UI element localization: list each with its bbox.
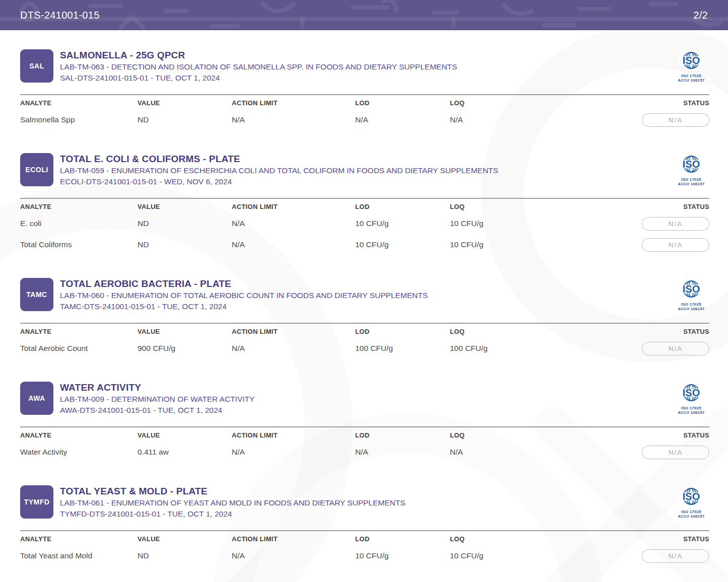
table-row: Salmonella Spp ND N/A N/A N/A N/A <box>20 109 709 130</box>
table-row: Total Coliforms ND N/A 10 CFU/g 10 CFU/g… <box>20 234 709 255</box>
iso-standard-number: ISO 17025 <box>673 74 709 78</box>
iso-globe-icon: ISO <box>677 485 705 507</box>
status-cell: N/A <box>546 446 709 459</box>
iso-label: ISO <box>683 283 700 295</box>
iso-label: ISO <box>683 491 700 502</box>
iso-globe-icon: ISO <box>677 49 705 71</box>
table-header-row: ANALYTE VALUE ACTION LIMIT LOD LOQ STATU… <box>20 95 709 109</box>
test-sample-id-date: TAMC-DTS-241001-015-01 - TUE, OCT 1, 202… <box>60 301 673 312</box>
action-limit-cell: N/A <box>232 344 355 353</box>
column-header-action-limit: ACTION LIMIT <box>232 535 355 543</box>
value-cell: 0.411 aw <box>138 448 232 457</box>
test-code-badge: AWA <box>20 382 53 415</box>
column-header-loq: LOQ <box>450 431 546 439</box>
table-rows: Salmonella Spp ND N/A N/A N/A N/A <box>20 109 709 130</box>
column-header-analyte: ANALYTE <box>20 99 138 107</box>
iso-accreditation-logo: ISO ISO 17025 ACC# 108157 <box>673 49 709 83</box>
iso-accreditation-logo: ISO ISO 17025 ACC# 108157 <box>673 153 709 186</box>
table-rows: E. coli ND N/A 10 CFU/g 10 CFU/g N/A Tot… <box>20 213 709 255</box>
iso-label: ISO <box>683 55 700 66</box>
value-cell: 900 CFU/g <box>138 344 232 353</box>
column-header-value: VALUE <box>138 99 232 107</box>
action-limit-cell: N/A <box>232 448 355 457</box>
analyte-cell: Water Activity <box>20 448 138 457</box>
table-header-row: ANALYTE VALUE ACTION LIMIT LOD LOQ STATU… <box>20 427 709 442</box>
iso-label: ISO <box>683 159 700 170</box>
loq-cell: N/A <box>450 115 546 124</box>
page-indicator: 2/2 <box>693 10 708 21</box>
lod-cell: 10 CFU/g <box>355 240 450 249</box>
test-code-badge: TYMFD <box>20 485 53 519</box>
test-section-header: ECOLI TOTAL E. COLI & COLIFORMS - PLATE … <box>20 153 709 187</box>
loq-cell: 100 CFU/g <box>450 344 546 353</box>
test-title: TOTAL E. COLI & COLIFORMS - PLATE <box>60 154 673 165</box>
iso-globe-icon: ISO <box>677 278 705 300</box>
iso-globe-icon: ISO <box>677 382 705 404</box>
report-page: { "header": { "document_id": "DTS-241001… <box>0 0 728 582</box>
column-header-status: STATUS <box>546 328 709 335</box>
test-titles: WATER ACTIVITY LAB-TM-009 - DETERMINATIO… <box>60 382 673 415</box>
status-badge: N/A <box>642 238 709 252</box>
status-cell: N/A <box>546 113 709 127</box>
test-code-label: SAL <box>29 62 44 70</box>
loq-cell: 10 CFU/g <box>450 240 546 249</box>
analyte-cell: Total Aerobic Count <box>20 344 138 353</box>
column-header-action-limit: ACTION LIMIT <box>232 99 355 107</box>
status-badge: N/A <box>642 446 709 459</box>
iso-accreditation-number: ACC# 108157 <box>673 182 709 186</box>
iso-accreditation-number: ACC# 108157 <box>673 78 709 83</box>
table-row: Total Yeast and Mold ND N/A 10 CFU/g 10 … <box>20 545 709 566</box>
test-method-description: LAB-TM-060 - ENUMERATION OF TOTAL AEROBI… <box>60 290 673 301</box>
report-body: SAL SALMONELLA - 25G QPCR LAB-TM-063 - D… <box>0 30 728 566</box>
column-header-lod: LOD <box>355 99 450 107</box>
column-header-value: VALUE <box>138 431 232 439</box>
analyte-cell: Total Yeast and Mold <box>20 551 138 560</box>
column-header-analyte: ANALYTE <box>20 203 138 210</box>
status-cell: N/A <box>546 217 709 231</box>
column-header-status: STATUS <box>546 535 709 543</box>
column-header-lod: LOD <box>355 203 450 210</box>
test-section: TYMFD TOTAL YEAST & MOLD - PLATE LAB-TM-… <box>20 485 709 566</box>
status-cell: N/A <box>546 238 709 252</box>
lod-cell: 100 CFU/g <box>355 344 450 353</box>
test-code-badge: ECOLI <box>20 153 53 186</box>
column-header-lod: LOD <box>355 431 450 439</box>
status-badge: N/A <box>642 549 709 563</box>
test-section: ECOLI TOTAL E. COLI & COLIFORMS - PLATE … <box>20 153 709 255</box>
status-badge: N/A <box>642 113 709 127</box>
test-title: SALMONELLA - 25G QPCR <box>60 50 673 61</box>
status-cell: N/A <box>546 342 709 355</box>
column-header-lod: LOD <box>355 328 450 335</box>
analyte-cell: Total Coliforms <box>20 240 138 249</box>
status-badge: N/A <box>642 217 709 231</box>
column-header-loq: LOQ <box>450 203 546 210</box>
status-cell: N/A <box>546 549 709 563</box>
test-title: WATER ACTIVITY <box>60 382 673 393</box>
table-rows: Total Aerobic Count 900 CFU/g N/A 100 CF… <box>20 338 709 359</box>
iso-globe-icon: ISO <box>677 153 705 175</box>
action-limit-cell: N/A <box>232 115 355 124</box>
test-code-badge: SAL <box>20 49 53 83</box>
test-method-description: LAB-TM-061 - ENUMERATION OF YEAST AND MO… <box>60 497 673 508</box>
test-title: TOTAL AEROBIC BACTERIA - PLATE <box>60 278 673 289</box>
test-code-label: TAMC <box>26 290 47 299</box>
lod-cell: N/A <box>355 115 450 124</box>
test-code-label: ECOLI <box>25 166 48 174</box>
column-header-status: STATUS <box>546 99 709 107</box>
column-header-value: VALUE <box>138 203 232 210</box>
test-code-label: TYMFD <box>24 498 50 506</box>
column-header-action-limit: ACTION LIMIT <box>232 431 355 439</box>
iso-accreditation-number: ACC# 108157 <box>673 410 709 415</box>
test-sample-id-date: AWA-DTS-241001-015-01 - TUE, OCT 1, 2024 <box>60 405 673 415</box>
test-title: TOTAL YEAST & MOLD - PLATE <box>60 486 673 497</box>
lod-cell: 10 CFU/g <box>355 219 450 228</box>
iso-accreditation-number: ACC# 108157 <box>673 514 709 519</box>
loq-cell: 10 CFU/g <box>450 551 546 560</box>
column-header-status: STATUS <box>546 203 709 210</box>
test-section: SAL SALMONELLA - 25G QPCR LAB-TM-063 - D… <box>20 49 709 130</box>
iso-accreditation-number: ACC# 108157 <box>673 307 709 311</box>
lod-cell: N/A <box>355 448 450 457</box>
column-header-analyte: ANALYTE <box>20 431 138 439</box>
value-cell: ND <box>138 240 232 249</box>
action-limit-cell: N/A <box>232 240 355 249</box>
